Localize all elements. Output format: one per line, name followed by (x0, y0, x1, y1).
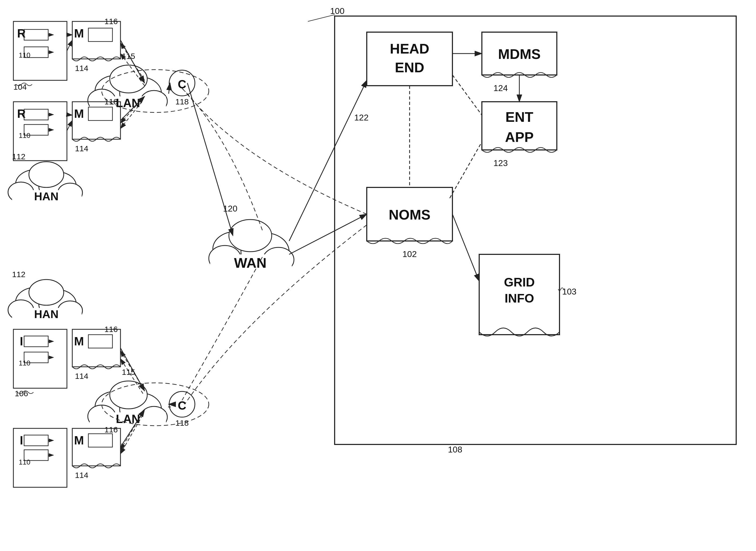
svg-text:118: 118 (175, 419, 189, 427)
svg-text:HEAD: HEAD (390, 41, 429, 56)
svg-text:116: 116 (104, 325, 118, 334)
svg-text:NOMS: NOMS (389, 207, 431, 222)
svg-text:103: 103 (562, 287, 576, 297)
svg-text:LAN: LAN (116, 96, 140, 109)
svg-text:118: 118 (175, 97, 189, 106)
svg-text:108: 108 (448, 445, 462, 454)
svg-text:LAN: LAN (116, 412, 140, 426)
svg-text:100: 100 (330, 6, 344, 16)
svg-text:C: C (178, 399, 186, 412)
svg-text:123: 123 (493, 158, 508, 168)
svg-text:I: I (20, 335, 23, 348)
svg-text:114: 114 (75, 64, 88, 73)
svg-text:122: 122 (354, 113, 368, 122)
svg-text:114: 114 (75, 372, 88, 381)
svg-text:GRID: GRID (504, 275, 535, 289)
svg-text:ENT: ENT (506, 109, 533, 125)
svg-text:M: M (74, 27, 84, 40)
diagram-container: HEAD END MDMS ENT APP NOMS GRID INFO (0, 0, 756, 551)
svg-text:102: 102 (403, 249, 417, 259)
svg-text:116: 116 (104, 97, 118, 106)
svg-text:110: 110 (19, 51, 30, 59)
svg-point-29 (229, 219, 272, 252)
svg-text:M: M (74, 335, 84, 348)
svg-text:112: 112 (12, 152, 25, 161)
svg-text:APP: APP (505, 129, 534, 145)
svg-text:HAN: HAN (34, 308, 59, 321)
svg-text:END: END (395, 60, 424, 75)
svg-point-38 (110, 65, 147, 93)
svg-text:WAN: WAN (234, 255, 266, 271)
svg-text:116: 116 (104, 17, 118, 26)
svg-text:M: M (74, 107, 84, 120)
svg-text:104: 104 (13, 82, 27, 91)
main-diagram: HEAD END MDMS ENT APP NOMS GRID INFO (0, 0, 756, 551)
svg-point-85 (29, 162, 64, 187)
svg-text:115: 115 (122, 368, 135, 377)
svg-text:INFO: INFO (505, 291, 534, 305)
svg-text:116: 116 (104, 425, 118, 434)
svg-text:I: I (20, 434, 23, 447)
svg-text:HAN: HAN (34, 190, 59, 203)
svg-text:114: 114 (75, 471, 88, 480)
svg-text:110: 110 (19, 458, 30, 466)
svg-text:M: M (74, 434, 84, 447)
svg-text:112: 112 (12, 270, 25, 279)
svg-text:114: 114 (75, 144, 88, 153)
svg-text:MDMS: MDMS (498, 46, 541, 62)
svg-point-93 (29, 280, 64, 305)
svg-text:124: 124 (493, 83, 508, 93)
svg-text:115: 115 (122, 52, 135, 60)
